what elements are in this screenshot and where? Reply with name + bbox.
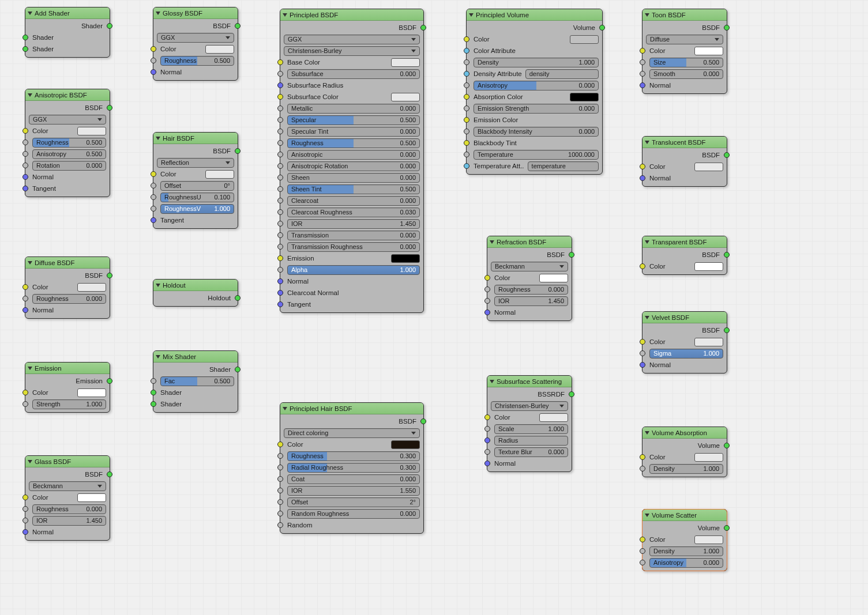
- slider[interactable]: IOR1.450: [287, 219, 420, 229]
- collapse-icon[interactable]: [28, 12, 32, 15]
- color-swatch[interactable]: [694, 262, 723, 271]
- output-socket[interactable]: [235, 367, 241, 372]
- input-socket[interactable]: [277, 117, 283, 123]
- node-header[interactable]: Principled BSDF: [280, 9, 423, 21]
- slider[interactable]: Metallic0.000: [287, 104, 420, 114]
- slider[interactable]: Roughness0.000: [32, 294, 106, 304]
- input-socket[interactable]: [464, 129, 469, 134]
- input-socket[interactable]: [22, 529, 28, 535]
- color-swatch[interactable]: [694, 453, 723, 462]
- input-socket[interactable]: [277, 453, 283, 459]
- collapse-icon[interactable]: [156, 284, 160, 287]
- slider[interactable]: Radial Roughness0.300: [287, 463, 420, 473]
- input-socket[interactable]: [277, 476, 283, 482]
- slider[interactable]: Fac0.500: [160, 376, 234, 386]
- input-socket[interactable]: [484, 461, 490, 466]
- node-header[interactable]: Volume Absorption: [642, 427, 727, 439]
- slider[interactable]: Roughness0.300: [287, 451, 420, 461]
- slider[interactable]: Roughness0.500: [32, 138, 106, 148]
- node-transparent[interactable]: Transparent BSDFBSDFColor: [642, 236, 727, 275]
- input-socket[interactable]: [22, 506, 28, 512]
- output-socket[interactable]: [724, 252, 730, 258]
- collapse-icon[interactable]: [490, 380, 494, 383]
- node-holdout[interactable]: HoldoutHoldout: [153, 279, 238, 307]
- color-swatch[interactable]: [205, 170, 234, 179]
- slider[interactable]: Rotation0.000: [32, 161, 106, 171]
- node-header[interactable]: Glass BSDF: [25, 456, 110, 467]
- slider[interactable]: Size0.500: [649, 58, 723, 67]
- slider[interactable]: Anisotropy0.000: [649, 558, 723, 568]
- input-socket[interactable]: [464, 59, 469, 65]
- input-socket[interactable]: [22, 151, 28, 157]
- color-swatch[interactable]: [77, 283, 106, 292]
- input-socket[interactable]: [277, 82, 283, 88]
- collapse-icon[interactable]: [469, 13, 474, 17]
- input-socket[interactable]: [484, 426, 490, 432]
- color-swatch[interactable]: [694, 163, 723, 171]
- color-swatch[interactable]: [77, 127, 106, 135]
- color-swatch[interactable]: [570, 93, 599, 101]
- input-socket[interactable]: [640, 164, 645, 169]
- output-socket[interactable]: [235, 295, 241, 301]
- input-socket[interactable]: [277, 129, 283, 134]
- output-socket[interactable]: [724, 443, 730, 448]
- output-socket[interactable]: [235, 23, 241, 29]
- input-socket[interactable]: [484, 286, 490, 292]
- slider[interactable]: Coat0.000: [287, 474, 420, 484]
- slider[interactable]: Subsurface0.000: [287, 69, 420, 79]
- collapse-icon[interactable]: [645, 141, 649, 144]
- node-translucent[interactable]: Translucent BSDFBSDFColorNormal: [642, 136, 727, 187]
- dropdown[interactable]: GGX: [29, 115, 106, 124]
- output-socket[interactable]: [107, 23, 112, 29]
- slider[interactable]: Density1.000: [474, 58, 599, 67]
- dropdown[interactable]: Beckmann: [29, 481, 106, 491]
- input-socket[interactable]: [640, 48, 645, 54]
- slider[interactable]: Roughness0.500: [160, 56, 234, 66]
- input-socket[interactable]: [277, 59, 283, 65]
- node-header[interactable]: Emission: [25, 363, 110, 374]
- slider[interactable]: Anisotropic0.000: [287, 150, 420, 160]
- input-socket[interactable]: [151, 171, 156, 177]
- slider[interactable]: Roughness0.500: [287, 138, 420, 148]
- slider[interactable]: Blackbody Intensity0.000: [474, 127, 599, 137]
- node-glossy[interactable]: Glossy BSDFBSDFGGXColorRoughness0.500Nor…: [153, 7, 238, 81]
- node-header[interactable]: Principled Hair BSDF: [280, 403, 423, 414]
- input-socket[interactable]: [22, 35, 28, 40]
- slider[interactable]: IOR1.450: [32, 516, 106, 526]
- slider[interactable]: Anisotropic Rotation0.000: [287, 161, 420, 171]
- slider[interactable]: IOR1.450: [494, 296, 568, 306]
- color-swatch[interactable]: [391, 58, 420, 67]
- slider[interactable]: Texture Blur0.000: [494, 447, 568, 457]
- input-socket[interactable]: [277, 442, 283, 447]
- slider[interactable]: Transmission0.000: [287, 231, 420, 240]
- input-socket[interactable]: [151, 183, 156, 188]
- input-socket[interactable]: [277, 499, 283, 505]
- slider[interactable]: Transmission Roughness0.000: [287, 242, 420, 252]
- input-socket[interactable]: [484, 414, 490, 420]
- input-socket[interactable]: [277, 244, 283, 250]
- slider[interactable]: Density1.000: [649, 546, 723, 556]
- node-header[interactable]: Mix Shader: [153, 351, 238, 363]
- output-socket[interactable]: [107, 105, 112, 111]
- node-header[interactable]: Hair BSDF: [153, 133, 238, 144]
- input-socket[interactable]: [640, 454, 645, 460]
- input-socket[interactable]: [151, 194, 156, 200]
- input-socket[interactable]: [151, 401, 156, 407]
- input-socket[interactable]: [22, 128, 28, 134]
- text-field[interactable]: temperature: [528, 161, 599, 171]
- slider[interactable]: Specular Tint0.000: [287, 127, 420, 137]
- node-pvol[interactable]: Principled VolumeVolumeColorColor Attrib…: [466, 9, 603, 175]
- slider[interactable]: Emission Strength0.000: [474, 104, 599, 114]
- output-socket[interactable]: [724, 525, 730, 531]
- input-socket[interactable]: [151, 217, 156, 223]
- input-socket[interactable]: [640, 548, 645, 554]
- input-socket[interactable]: [277, 522, 283, 528]
- input-socket[interactable]: [640, 71, 645, 77]
- input-socket[interactable]: [640, 350, 645, 356]
- text-field[interactable]: density: [525, 69, 599, 79]
- input-socket[interactable]: [640, 537, 645, 542]
- input-socket[interactable]: [277, 221, 283, 227]
- input-socket[interactable]: [464, 82, 469, 88]
- input-socket[interactable]: [464, 163, 469, 169]
- input-socket[interactable]: [22, 174, 28, 180]
